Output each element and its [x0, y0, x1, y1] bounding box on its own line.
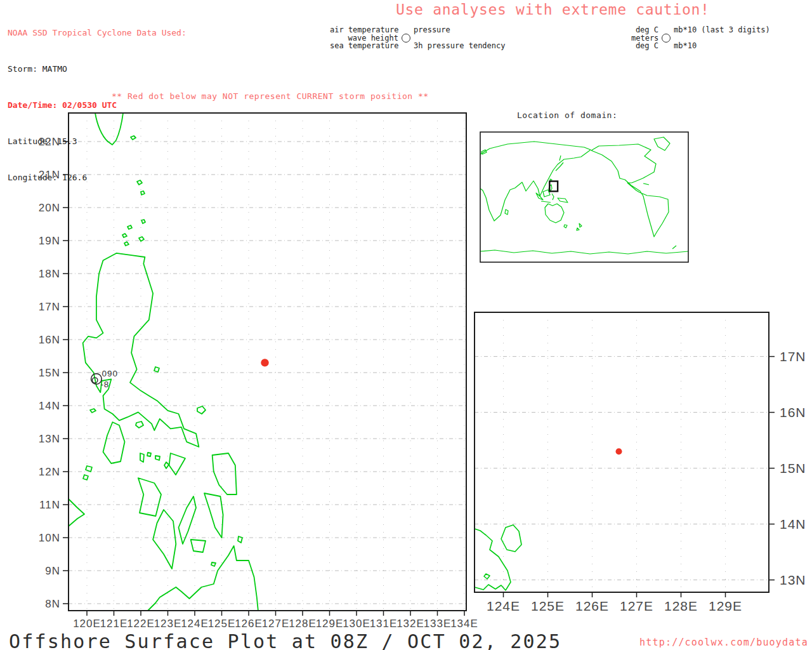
lon-tick-label: 124E: [487, 599, 520, 613]
lon-tick-label: 129E: [316, 618, 344, 630]
lon-tick-label: 131E: [370, 618, 398, 630]
lon-tick-label: 134E: [450, 618, 478, 630]
world-map-frame: [480, 132, 688, 262]
lat-tick-label: 13N: [39, 433, 60, 445]
lat-tick-label: 11N: [39, 499, 60, 511]
lat-tick-label: 14N: [39, 400, 60, 412]
lon-tick-label: 125E: [531, 599, 565, 613]
lon-tick-label: 129E: [709, 599, 742, 613]
buoy-plot-page: NOAA SSD Tropical Cyclone Data Used: Sto…: [0, 0, 812, 650]
station-pressure-value: 090: [102, 369, 118, 378]
lon-tick-label: 120E: [73, 618, 101, 630]
zoom-map-data-layer: [616, 448, 622, 454]
lon-tick-label: 125E: [208, 618, 236, 630]
lat-tick-label: 17N: [780, 349, 806, 364]
lat-tick-label: 21N: [39, 169, 60, 181]
world-coastline: [480, 137, 688, 254]
main-map: 120E121E122E123E124E125E126E127E128E129E…: [39, 113, 478, 630]
lat-tick-label: 18N: [39, 268, 60, 280]
lon-tick-label: 122E: [127, 618, 155, 630]
plot-title: Offshore Surface Plot at 08Z / OCT 02, 2…: [9, 630, 561, 650]
lon-tick-label: 124E: [181, 618, 209, 630]
lon-tick-label: 133E: [424, 618, 452, 630]
lon-tick-label: 127E: [620, 599, 653, 613]
map-graphics: 120E121E122E123E124E125E126E127E128E129E…: [0, 0, 812, 650]
storm-position-dot: [261, 359, 268, 366]
zoom-map-coastline: [475, 525, 521, 590]
lat-tick-label: 17N: [39, 301, 60, 313]
lat-tick-label: 15N: [780, 461, 806, 475]
zoom-map-frame: 124E125E126E127E128E129E17N16N15N14N13N: [475, 312, 806, 613]
lon-tick-label: 126E: [575, 599, 609, 613]
zoom-map: 124E125E126E127E128E129E17N16N15N14N13N: [475, 312, 806, 613]
philippines-coastline: [69, 113, 258, 611]
lon-tick-label: 121E: [100, 618, 128, 630]
lon-tick-label: 126E: [235, 618, 263, 630]
lat-tick-label: 10N: [39, 532, 60, 544]
lat-tick-label: 14N: [780, 517, 806, 531]
lat-tick-label: 9N: [45, 565, 60, 577]
station-tendency-value: -8: [100, 380, 109, 389]
lat-tick-label: 13N: [780, 573, 806, 587]
lon-tick-label: 123E: [154, 618, 182, 630]
domain-inset-map: [480, 132, 688, 262]
lon-tick-label: 128E: [289, 618, 317, 630]
lon-tick-label: 130E: [343, 618, 370, 630]
lat-tick-label: 16N: [39, 334, 60, 346]
lon-tick-label: 132E: [396, 618, 424, 630]
lon-tick-label: 127E: [262, 618, 290, 630]
lat-tick-label: 8N: [45, 598, 60, 610]
lat-tick-label: 19N: [39, 235, 60, 247]
lat-tick-label: 12N: [39, 466, 60, 478]
source-url-link[interactable]: http://coolwx.com/buoydata: [639, 637, 808, 648]
lon-tick-label: 128E: [664, 599, 698, 613]
lat-tick-label: 20N: [39, 202, 60, 214]
lat-tick-label: 22N: [39, 136, 60, 148]
lat-tick-label: 15N: [39, 367, 60, 379]
storm-position-dot: [616, 448, 622, 454]
main-map-data-layer: 090-8: [91, 359, 269, 389]
lat-tick-label: 16N: [780, 405, 806, 420]
